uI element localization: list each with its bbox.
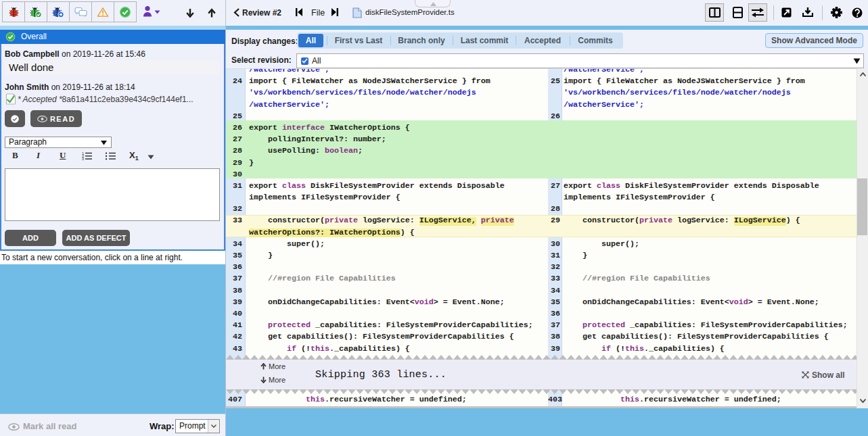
svg-text:3: 3 <box>82 157 84 160</box>
